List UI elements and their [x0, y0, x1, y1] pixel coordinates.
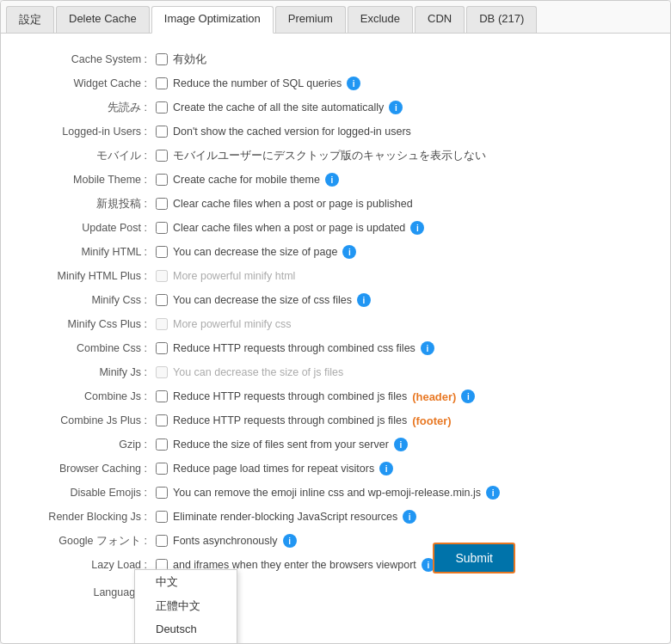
- checkbox-9[interactable]: [156, 270, 168, 282]
- checkbox-7[interactable]: [156, 222, 168, 234]
- setting-label-7: Update Post :: [18, 222, 156, 234]
- checkbox-14[interactable]: [156, 390, 168, 402]
- setting-label-17: Browser Caching :: [18, 463, 156, 475]
- setting-control-7: Clear cache files when a post or page is…: [156, 221, 653, 235]
- dropdown-item-English[interactable]: ✓ English: [135, 640, 237, 644]
- checkbox-11[interactable]: [156, 318, 168, 330]
- setting-control-0: 有効化: [156, 52, 653, 67]
- checkbox-13[interactable]: [156, 366, 168, 378]
- setting-control-20: Fonts asynchronouslyi: [156, 534, 653, 548]
- info-icon-20[interactable]: i: [283, 534, 297, 548]
- info-icon-1[interactable]: i: [347, 77, 360, 90]
- setting-label-6: 新規投稿 :: [18, 197, 156, 212]
- setting-label-11: Minify Css Plus :: [18, 318, 156, 330]
- info-icon-18[interactable]: i: [486, 486, 500, 500]
- checkbox-3[interactable]: [156, 126, 168, 138]
- setting-control-16: Reduce the size of files sent from your …: [156, 438, 653, 451]
- setting-text-2: Create the cache of all the site automat…: [173, 101, 384, 113]
- setting-label-1: Widget Cache :: [18, 77, 156, 89]
- setting-control-18: You can remove the emoji inline css and …: [156, 486, 653, 500]
- tab-premium[interactable]: Premium: [275, 6, 346, 33]
- setting-label-9: Minify HTML Plus :: [18, 270, 156, 282]
- checkbox-19[interactable]: [156, 511, 168, 523]
- tab-bar: 設定Delete CacheImage OptimizationPremiumE…: [1, 1, 670, 34]
- checkbox-8[interactable]: [156, 246, 168, 258]
- setting-control-14: Reduce HTTP requests through combined js…: [156, 389, 653, 403]
- info-icon-5[interactable]: i: [325, 173, 339, 187]
- setting-row-14: Combine Js :Reduce HTTP requests through…: [18, 384, 653, 408]
- badge-15: (footer): [412, 414, 452, 427]
- checkbox-2[interactable]: [156, 101, 168, 113]
- info-icon-7[interactable]: i: [410, 221, 424, 235]
- tab-delete-cache[interactable]: Delete Cache: [56, 6, 150, 33]
- info-icon-17[interactable]: i: [379, 462, 393, 475]
- checkbox-20[interactable]: [156, 535, 168, 547]
- setting-label-0: Cache System :: [18, 53, 156, 65]
- setting-text-5: Create cache for mobile theme: [173, 174, 320, 186]
- setting-label-15: Combine Js Plus :: [18, 414, 156, 426]
- info-icon-12[interactable]: i: [421, 341, 434, 355]
- checkbox-12[interactable]: [156, 342, 168, 354]
- setting-text-7: Clear cache files when a post or page is…: [173, 222, 405, 234]
- setting-row-13: Minify Js :You can decrease the size of …: [18, 360, 653, 384]
- tab-exclude[interactable]: Exclude: [348, 6, 413, 33]
- setting-text-8: You can decrease the size of page: [173, 246, 337, 258]
- dropdown-item-中文[interactable]: 中文: [135, 570, 237, 594]
- setting-label-12: Combine Css :: [18, 342, 156, 354]
- setting-row-22: Language :English: [18, 577, 653, 607]
- setting-label-13: Minify Js :: [18, 366, 156, 378]
- info-icon-10[interactable]: i: [357, 293, 371, 307]
- tab-image-optimization[interactable]: Image Optimization: [151, 6, 274, 34]
- setting-control-5: Create cache for mobile themei: [156, 173, 653, 187]
- setting-label-8: Minify HTML :: [18, 246, 156, 258]
- setting-text-13: You can decrease the size of js files: [173, 366, 343, 378]
- setting-text-12: Reduce HTTP requests through combined cs…: [173, 342, 416, 354]
- settings-content: Cache System :有効化Widget Cache :Reduce th…: [1, 34, 670, 621]
- info-icon-8[interactable]: i: [342, 245, 356, 259]
- setting-control-9: More powerful minify html: [156, 270, 653, 282]
- setting-text-16: Reduce the size of files sent from your …: [173, 439, 389, 451]
- checkbox-16[interactable]: [156, 439, 168, 451]
- setting-text-14: Reduce HTTP requests through combined js…: [173, 390, 407, 402]
- dropdown-item-Deutsch[interactable]: Deutsch: [135, 618, 237, 640]
- setting-control-1: Reduce the number of SQL queriesi: [156, 77, 653, 90]
- checkbox-4[interactable]: [156, 150, 168, 162]
- tab-cdn[interactable]: CDN: [415, 6, 465, 33]
- info-icon-19[interactable]: i: [403, 510, 416, 524]
- setting-control-10: You can decrease the size of css filesi: [156, 293, 653, 307]
- setting-row-11: Minify Css Plus :More powerful minify cs…: [18, 312, 653, 336]
- checkbox-10[interactable]: [156, 294, 168, 306]
- setting-text-10: You can decrease the size of css files: [173, 294, 352, 306]
- setting-control-15: Reduce HTTP requests through combined js…: [156, 414, 653, 427]
- checkbox-5[interactable]: [156, 174, 168, 186]
- setting-label-5: Mobile Theme :: [18, 174, 156, 186]
- checkbox-18[interactable]: [156, 487, 168, 499]
- setting-text-9: More powerful minify html: [173, 270, 295, 282]
- setting-row-12: Combine Css :Reduce HTTP requests throug…: [18, 336, 653, 360]
- setting-label-20: Google フォント :: [18, 534, 156, 549]
- setting-row-7: Update Post :Clear cache files when a po…: [18, 216, 653, 240]
- setting-row-19: Render Blocking Js :Eliminate render-blo…: [18, 505, 653, 529]
- info-icon-16[interactable]: i: [394, 438, 408, 451]
- info-icon-2[interactable]: i: [389, 101, 403, 114]
- checkbox-1[interactable]: [156, 77, 168, 89]
- checkbox-15[interactable]: [156, 414, 168, 426]
- setting-text-19: Eliminate render-blocking JavaScript res…: [173, 511, 397, 523]
- submit-button[interactable]: Submit: [433, 543, 515, 573]
- setting-label-14: Combine Js :: [18, 390, 156, 402]
- info-icon-14[interactable]: i: [461, 389, 475, 403]
- setting-control-12: Reduce HTTP requests through combined cs…: [156, 341, 653, 355]
- tab-db[interactable]: DB (217): [466, 6, 537, 33]
- checkbox-0[interactable]: [156, 53, 168, 65]
- setting-row-4: モバイル :モバイルユーザーにデスクトップ版のキャッシュを表示しない: [18, 144, 653, 168]
- setting-label-2: 先読み :: [18, 101, 156, 115]
- setting-control-3: Don't show the cached version for logged…: [156, 126, 653, 138]
- setting-text-20: Fonts asynchronously: [173, 535, 278, 547]
- checkbox-6[interactable]: [156, 198, 168, 210]
- setting-row-2: 先読み :Create the cache of all the site au…: [18, 95, 653, 120]
- setting-text-6: Clear cache files when a post or page is…: [173, 198, 413, 210]
- setting-row-18: Disable Emojis :You can remove the emoji…: [18, 481, 653, 505]
- checkbox-17[interactable]: [156, 463, 168, 475]
- tab-settings[interactable]: 設定: [6, 6, 54, 33]
- dropdown-item-正體中文[interactable]: 正體中文: [135, 594, 237, 618]
